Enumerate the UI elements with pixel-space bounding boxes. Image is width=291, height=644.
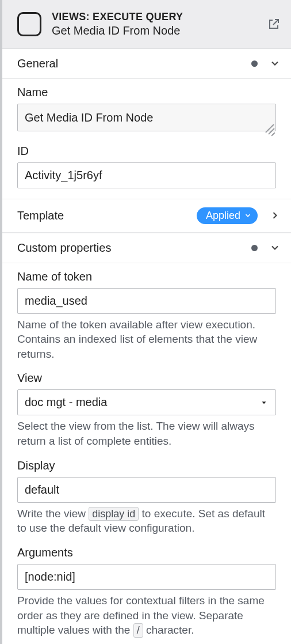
section-toggle-custom[interactable]: Custom properties <box>2 233 291 263</box>
section-body-custom: Name of token Name of the token availabl… <box>2 263 291 638</box>
token-label: Name of token <box>17 270 276 283</box>
view-label: View <box>17 372 276 385</box>
panel-header: VIEWS: EXECUTE QUERY Get Media ID From N… <box>2 0 291 49</box>
display-help-pre: Write the view <box>17 507 89 520</box>
id-input[interactable] <box>17 162 276 188</box>
template-badge-label: Applied <box>206 210 240 222</box>
section-title-custom: Custom properties <box>17 241 251 255</box>
display-label: Display <box>17 459 276 472</box>
section-toggle-general[interactable]: General <box>2 49 291 79</box>
arguments-label: Arguments <box>17 546 276 559</box>
view-select[interactable] <box>17 389 276 415</box>
section-body-general: Name ID <box>2 79 291 188</box>
template-applied-badge[interactable]: Applied <box>197 207 258 224</box>
section-title-template: Template <box>17 209 197 222</box>
section-title-general: General <box>17 57 251 70</box>
arguments-help: Provide the values for contextual filter… <box>17 593 276 638</box>
chevron-right-icon <box>269 210 281 221</box>
dirty-indicator-icon <box>251 60 258 67</box>
token-input[interactable] <box>17 288 276 314</box>
arguments-help-post: character. <box>143 624 194 636</box>
arguments-help-kbd: / <box>133 623 143 638</box>
chevron-down-icon <box>269 242 281 253</box>
chevron-down-icon <box>244 211 252 219</box>
view-help: Select the view from the list. The view … <box>17 419 276 448</box>
token-help: Name of the token available after view e… <box>17 317 276 362</box>
dirty-indicator-icon <box>251 245 258 251</box>
section-toggle-template[interactable]: Template Applied <box>2 199 291 233</box>
name-label: Name <box>17 86 276 99</box>
display-help: Write the view display id to execute. Se… <box>17 506 276 536</box>
display-input[interactable] <box>17 477 276 503</box>
open-external-icon[interactable] <box>267 17 281 31</box>
id-label: ID <box>17 145 276 158</box>
name-input[interactable] <box>17 104 276 131</box>
arguments-input[interactable] <box>17 564 276 590</box>
display-help-kbd: display id <box>89 507 139 521</box>
header-subtitle: Get Media ID From Node <box>52 24 256 38</box>
chevron-down-icon <box>269 58 281 69</box>
header-overline: VIEWS: EXECUTE QUERY <box>52 10 256 24</box>
task-icon <box>17 12 41 36</box>
